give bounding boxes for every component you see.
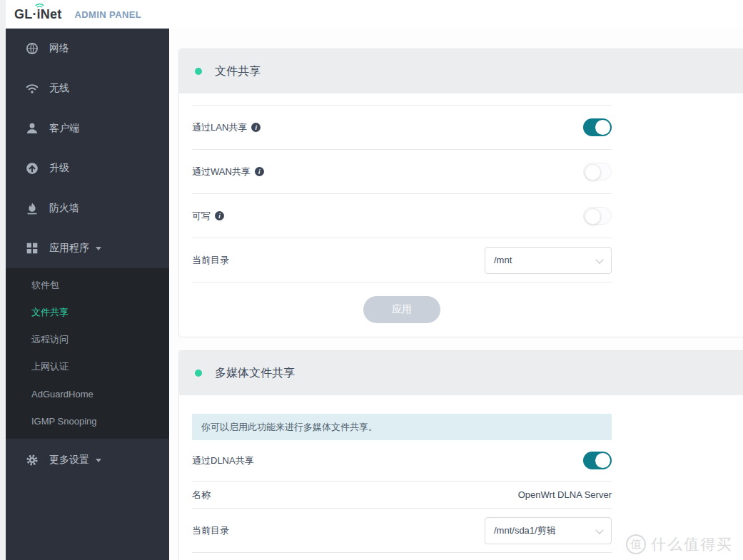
sub-item-label: IGMP Snooping — [31, 416, 97, 427]
lan-share-row: 通过LAN共享 — [192, 106, 612, 150]
sidebar-item-label: 应用程序 — [49, 242, 89, 255]
left-scrollbar-track[interactable] — [0, 0, 6, 560]
card-title: 文件共享 — [215, 64, 261, 79]
globe-icon — [26, 42, 39, 55]
smzdm-watermark: 值 什么值得买 — [626, 534, 733, 554]
wifi-icon — [26, 82, 39, 95]
wan-share-row: 通过WAN共享 — [192, 150, 612, 194]
chevron-down-icon — [96, 459, 101, 462]
lan-share-label: 通过LAN共享 — [192, 121, 247, 134]
media-sharing-card: 多媒体文件共享 你可以启用此功能来进行多媒体文件共享。 通过DLNA共享 名称 … — [178, 350, 743, 560]
sidebar: 网络 无线 客户端 升级 — [6, 29, 169, 560]
card-title: 多媒体文件共享 — [215, 366, 295, 381]
current-directory-select[interactable]: /mnt — [485, 247, 612, 274]
logo-text: GL·iNet — [14, 7, 61, 21]
file-sharing-card-body: 通过LAN共享 通过WAN共享 可写 — [179, 93, 743, 337]
lan-share-toggle[interactable] — [583, 118, 612, 136]
sidebar-item-wireless[interactable]: 无线 — [6, 68, 169, 108]
sub-item-label: 文件共享 — [31, 306, 69, 319]
current-directory-row: 当前目录 /mnt — [192, 238, 612, 282]
sidebar-item-captive-portal[interactable]: 上网认证 — [6, 353, 169, 380]
sub-item-label: 软件包 — [31, 279, 59, 292]
file-sharing-card-header: 文件共享 — [179, 49, 743, 93]
media-sharing-card-body: 你可以启用此功能来进行多媒体文件共享。 通过DLNA共享 名称 OpenWrt … — [179, 395, 743, 553]
dlna-directory-row: 当前目录 /mnt/sda1/剪辑 — [192, 509, 612, 553]
sidebar-item-packages[interactable]: 软件包 — [6, 272, 169, 299]
green-dot-icon — [195, 68, 202, 75]
sidebar-item-label: 客户端 — [49, 122, 79, 135]
sidebar-item-applications[interactable]: 应用程序 — [6, 228, 169, 268]
sidebar-item-adguardhome[interactable]: AdGuardHome — [6, 380, 169, 407]
select-value: /mnt — [494, 255, 512, 265]
applications-submenu: 软件包 文件共享 远程访问 上网认证 AdGuardHome IGMP Snoo… — [6, 268, 169, 439]
select-value: /mnt/sda1/剪辑 — [494, 524, 556, 537]
media-sharing-card-header: 多媒体文件共享 — [179, 351, 743, 395]
main-content: 文件共享 通过LAN共享 通过WAN共享 — [169, 29, 743, 560]
sidebar-item-upgrade[interactable]: 升级 — [6, 148, 169, 188]
dlna-name-label: 名称 — [192, 489, 211, 502]
logo-wifi-icon — [35, 2, 44, 9]
sidebar-item-file-sharing[interactable]: 文件共享 — [6, 299, 169, 326]
gear-icon — [26, 454, 39, 467]
chevron-down-icon — [595, 255, 603, 263]
info-icon[interactable] — [215, 211, 224, 220]
sidebar-item-label: 更多设置 — [49, 454, 89, 467]
dlna-share-row: 通过DLNA共享 — [192, 440, 612, 482]
dlna-name-value: OpenWrt DLNA Server — [518, 489, 612, 500]
apply-button[interactable]: 应用 — [363, 296, 440, 323]
sidebar-item-label: 防火墙 — [49, 202, 79, 215]
top-header: GL·iNet ADMIN PANEL — [6, 0, 743, 29]
chevron-down-icon — [595, 526, 603, 534]
admin-panel-label: ADMIN PANEL — [74, 9, 141, 20]
sub-item-label: 远程访问 — [31, 333, 69, 346]
dlna-directory-select[interactable]: /mnt/sda1/剪辑 — [485, 517, 612, 544]
info-icon[interactable] — [251, 123, 261, 132]
writable-toggle[interactable] — [583, 207, 612, 225]
sidebar-item-network[interactable]: 网络 — [6, 29, 169, 68]
firewall-icon — [26, 202, 39, 215]
green-dot-icon — [195, 370, 202, 377]
dlna-name-row: 名称 OpenWrt DLNA Server — [192, 482, 612, 509]
watermark-badge: 值 — [626, 534, 646, 554]
chevron-down-icon — [96, 247, 101, 250]
sub-item-label: AdGuardHome — [31, 389, 93, 399]
file-sharing-card: 文件共享 通过LAN共享 通过WAN共享 — [178, 49, 743, 337]
sidebar-item-clients[interactable]: 客户端 — [6, 108, 169, 148]
writable-row: 可写 — [192, 194, 612, 238]
writable-label: 可写 — [192, 210, 211, 223]
info-icon[interactable] — [255, 167, 264, 176]
clients-icon — [26, 122, 39, 135]
sidebar-item-firewall[interactable]: 防火墙 — [6, 188, 169, 228]
upgrade-icon — [26, 162, 39, 175]
apps-icon — [26, 242, 39, 255]
glinet-logo: GL·iNet — [14, 7, 61, 22]
sidebar-item-label: 无线 — [49, 82, 69, 95]
dlna-directory-label: 当前目录 — [192, 524, 229, 537]
dlna-share-toggle[interactable] — [583, 452, 612, 469]
dlna-share-label: 通过DLNA共享 — [192, 454, 254, 467]
sub-item-label: 上网认证 — [31, 360, 69, 373]
sidebar-item-igmp-snooping[interactable]: IGMP Snooping — [6, 407, 169, 434]
sidebar-item-label: 升级 — [49, 162, 69, 175]
current-directory-label: 当前目录 — [192, 254, 229, 267]
watermark-text: 什么值得买 — [651, 534, 733, 554]
sidebar-item-label: 网络 — [49, 42, 69, 55]
wan-share-toggle[interactable] — [583, 163, 612, 180]
sidebar-item-more-settings[interactable]: 更多设置 — [6, 440, 169, 480]
sidebar-item-remote-access[interactable]: 远程访问 — [6, 326, 169, 353]
wan-share-label: 通过WAN共享 — [192, 166, 251, 178]
media-sharing-notice: 你可以启用此功能来进行多媒体文件共享。 — [192, 414, 612, 440]
